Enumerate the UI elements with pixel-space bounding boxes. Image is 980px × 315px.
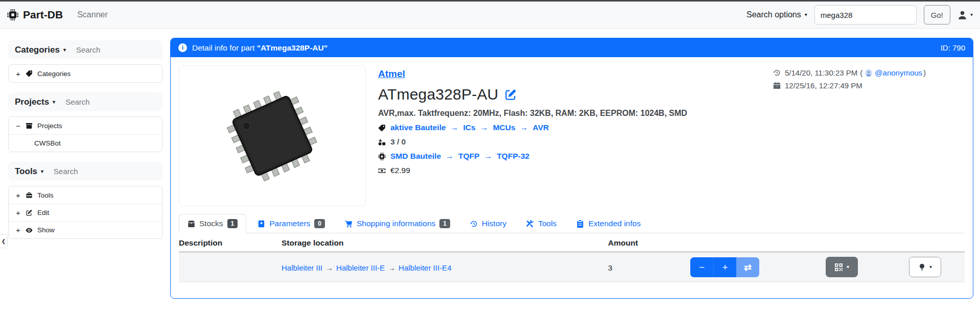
global-search-input[interactable]: [814, 5, 917, 25]
tab-parameters[interactable]: Parameters 0: [249, 214, 334, 233]
search-options-label: Search options: [746, 10, 801, 19]
expand-plus-icon[interactable]: +: [15, 69, 21, 78]
tab-label: Shopping informations: [357, 219, 435, 228]
stock-table-row: Halbleiter III→Halbleiter III-E→Halbleit…: [179, 253, 965, 282]
shopping-cart-icon: [345, 220, 353, 228]
window-top-edge: [0, 0, 980, 2]
search-options-dropdown[interactable]: Search options ▾: [746, 10, 807, 19]
footprint-link[interactable]: TQFP-32: [497, 152, 529, 161]
manufacturer-link[interactable]: Atmel: [378, 68, 405, 80]
category-link[interactable]: AVR: [533, 123, 549, 132]
chevron-down-icon: ▾: [805, 12, 807, 17]
arrow-right-icon: →: [451, 123, 459, 132]
led-locate-dropdown-button[interactable]: ▾: [909, 257, 941, 277]
tools-search-input[interactable]: [54, 167, 120, 176]
modified-datetime: 5/14/20, 11:30:23 PM: [785, 68, 857, 77]
sidebar-collapse-handle[interactable]: ❮: [0, 234, 8, 248]
part-price: €2.99: [390, 166, 410, 175]
sidebar-item-cwsbot[interactable]: CWSBot: [9, 134, 162, 152]
category-link[interactable]: aktive Bauteile: [390, 123, 446, 132]
tab-history[interactable]: History: [461, 214, 515, 233]
arrow-right-icon: →: [446, 152, 454, 161]
sidebar-item-projects[interactable]: − Projects: [9, 117, 162, 134]
expand-plus-icon[interactable]: +: [15, 208, 21, 217]
sidebar-item-categories[interactable]: + Categories: [9, 65, 162, 82]
storage-location-link[interactable]: Halbleiter III: [282, 263, 322, 272]
storage-location-link[interactable]: Halbleiter III-E: [336, 263, 385, 272]
arrow-right-icon: →: [325, 263, 333, 272]
toolbox-icon: [26, 191, 33, 199]
tab-extended-infos[interactable]: Extended infos: [568, 214, 649, 233]
paren-close: ): [923, 68, 926, 77]
part-description: AVR,max. Taktfrequenz: 20MHz, Flash: 32K…: [378, 109, 687, 118]
part-image-preview[interactable]: [179, 65, 366, 206]
category-link[interactable]: ICs: [463, 123, 476, 132]
chevron-down-icon: ▾: [847, 264, 849, 270]
barcode-dropdown-button[interactable]: ▾: [826, 257, 858, 277]
tab-label: Parameters: [269, 219, 310, 228]
money-bill-icon: [378, 167, 386, 175]
sidebar-item-edit[interactable]: + Edit: [9, 204, 162, 221]
expand-plus-icon[interactable]: +: [15, 226, 21, 234]
categories-section-header: Categories ▾: [8, 40, 162, 59]
footprint-link[interactable]: SMD Bauteile: [390, 152, 441, 161]
tab-tools[interactable]: Tools: [518, 214, 565, 233]
collapse-minus-icon[interactable]: −: [15, 122, 21, 130]
box-icon: [188, 220, 195, 228]
stock-table-header: Description Storage location Amount: [179, 237, 965, 252]
modified-line: 5/14/20, 11:30:23 PM ( @anonymous ): [773, 66, 926, 79]
add-stock-button[interactable]: +: [713, 257, 736, 277]
category-link[interactable]: MCUs: [493, 123, 516, 132]
item-label: CWSBot: [34, 139, 61, 147]
user-menu-dropdown[interactable]: ▾: [958, 10, 973, 20]
projects-title: Projects: [15, 97, 49, 107]
item-label: Projects: [37, 122, 62, 130]
projects-section-header: Projects ▾: [8, 92, 162, 111]
chevron-down-icon: ▾: [63, 47, 66, 53]
brand-title: Part-DB: [23, 9, 63, 21]
withdraw-stock-button[interactable]: −: [690, 257, 713, 277]
tab-stocks[interactable]: Stocks 1: [179, 214, 246, 233]
projects-dropdown-toggle[interactable]: Projects ▾: [15, 97, 55, 107]
column-header-storage-location: Storage location: [282, 238, 343, 248]
edit-part-icon[interactable]: [505, 89, 517, 101]
timestamps-block: 5/14/20, 11:30:23 PM ( @anonymous ) 12/2…: [773, 66, 926, 92]
projects-search-input[interactable]: [65, 98, 132, 106]
user-avatar-icon: [865, 69, 873, 77]
part-detail-card: i Detail info for part "ATmega328P-AU" I…: [170, 38, 973, 299]
sidebar-item-tools[interactable]: + Tools: [9, 186, 162, 204]
tab-label: Extended infos: [588, 219, 641, 228]
part-tabs: Stocks 1 Parameters 0 Shopping informati…: [179, 213, 965, 233]
arrow-right-icon: →: [520, 123, 528, 132]
stock-quantity-button-group: − + ⇄: [690, 257, 759, 277]
microchip-icon: [378, 153, 386, 160]
app-brand[interactable]: Part-DB: [7, 9, 63, 21]
categories-dropdown-toggle[interactable]: Categories ▾: [15, 45, 66, 55]
storage-location-link[interactable]: Halbleiter III-E4: [399, 263, 451, 272]
header-part-name: "ATmega328P-AU": [257, 43, 328, 52]
footprint-link[interactable]: TQFP: [458, 152, 479, 161]
column-header-amount: Amount: [608, 238, 638, 248]
tab-count-badge: 1: [439, 219, 450, 228]
arrow-right-icon: →: [484, 152, 492, 161]
created-line: 12/25/16, 12:27:49 PM: [773, 79, 926, 92]
shapes-icon: [378, 138, 386, 146]
clipboard-icon: [576, 220, 584, 228]
move-stock-button[interactable]: ⇄: [736, 257, 759, 277]
tools-section-header: Tools ▾: [8, 162, 162, 181]
nav-scanner-link[interactable]: Scanner: [77, 10, 108, 19]
chevron-down-icon: ▾: [929, 264, 932, 270]
tab-shopping-informations[interactable]: Shopping informations 1: [336, 214, 459, 233]
modified-user-link[interactable]: @anonymous: [875, 68, 922, 77]
sidebar-item-show[interactable]: + Show: [9, 221, 162, 238]
history-icon: [470, 220, 478, 228]
stock-amount-value: 3: [608, 263, 612, 272]
category-line: aktive Bauteile → ICs → MCUs → AVR: [378, 123, 687, 132]
tools-dropdown-toggle[interactable]: Tools ▾: [15, 166, 43, 177]
search-go-button[interactable]: Go!: [924, 5, 950, 25]
categories-search-input[interactable]: [76, 45, 143, 54]
qfp-chip-image: [208, 75, 336, 197]
tag-icon: [378, 124, 386, 132]
expand-plus-icon[interactable]: +: [15, 191, 21, 200]
tab-count-badge: 0: [314, 219, 325, 228]
